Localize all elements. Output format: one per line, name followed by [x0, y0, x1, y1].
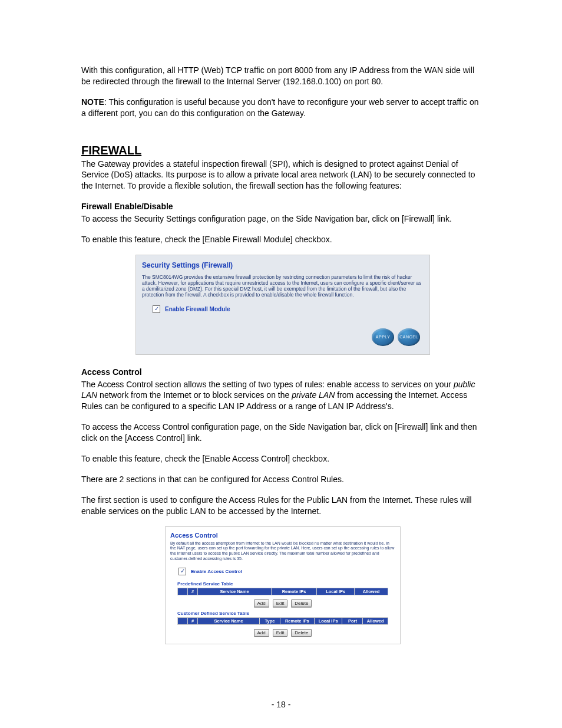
firewall-enable-p2: To enable this feature, check the [Enabl…	[81, 234, 484, 245]
s1-checkbox-label: Enable Firewall Module	[165, 306, 230, 312]
firewall-enable-p1: To access the Security Settings configur…	[81, 213, 484, 225]
predef-edit-button[interactable]: Edit	[273, 599, 288, 607]
enable-firewall-checkbox[interactable]: ✓	[153, 305, 160, 313]
s2-checkbox-label: Enable Access Control	[191, 569, 242, 574]
firewall-intro: The Gateway provides a stateful inspecti…	[81, 159, 484, 192]
cust-col-local: Local IPs	[314, 617, 342, 624]
predefined-service-table: # Service Name Remote IPs Local IPs Allo…	[177, 588, 388, 595]
s2-checkbox-row: ✓ Enable Access Control	[170, 568, 395, 575]
predef-col-num: #	[188, 588, 198, 595]
customer-table-heading: Customer Defined Service Table	[177, 611, 395, 616]
cust-col-num: #	[188, 617, 198, 624]
access-p1-private: private LAN	[292, 390, 335, 400]
customer-defined-service-table: # Service Name Type Remote IPs Local IPs…	[177, 617, 388, 625]
predef-col-remote: Remote IPs	[272, 588, 317, 595]
cust-col-allowed: Allowed	[363, 617, 388, 624]
access-p5: The first section is used to configure t…	[81, 495, 484, 517]
note-label: NOTE	[81, 97, 104, 107]
access-p2: To access the Access Control configurati…	[81, 421, 484, 444]
firewall-heading: FIREWALL	[81, 144, 484, 157]
cust-edit-button[interactable]: Edit	[273, 629, 288, 637]
cust-add-button[interactable]: Add	[254, 629, 269, 637]
note-text: : This configuration is useful because y…	[81, 97, 479, 118]
access-control-heading: Access Control	[81, 367, 484, 378]
enable-access-control-checkbox[interactable]: ✓	[178, 568, 186, 575]
intro-paragraph: With this configuration, all HTTP (Web) …	[81, 65, 484, 87]
s2-title: Access Control	[170, 532, 395, 539]
cust-col-remote: Remote IPs	[280, 617, 315, 624]
access-p3: To enable this feature, check the [Enabl…	[81, 453, 484, 465]
cust-delete-button[interactable]: Delete	[291, 629, 312, 637]
page-number: - 18 -	[0, 700, 562, 709]
access-p4: There are 2 sections in that can be conf…	[81, 474, 484, 485]
cust-col-type: Type	[260, 617, 280, 624]
note-paragraph: NOTE: This configuration is useful becau…	[81, 97, 484, 119]
s1-description: The SMC8014WG provides the extensive fir…	[142, 274, 424, 298]
predef-col-local: Local IPs	[317, 588, 355, 595]
s2-description: By default all the access attemption fro…	[170, 541, 395, 562]
s1-checkbox-row: ✓ Enable Firewall Module	[142, 305, 424, 313]
s1-title: Security Settings (Firewall)	[142, 261, 424, 269]
predef-add-button[interactable]: Add	[254, 599, 269, 607]
apply-button[interactable]: APPLY	[372, 328, 394, 346]
page-container: With this configuration, all HTTP (Web) …	[0, 0, 562, 728]
access-p1: The Access Control section allows the se…	[81, 379, 484, 413]
cust-col-check	[178, 617, 188, 624]
predefined-table-heading: Predefined Service Table	[177, 581, 395, 587]
access-p1-a: The Access Control section allows the se…	[81, 380, 454, 389]
screenshot-security-settings: Security Settings (Firewall) The SMC8014…	[135, 255, 430, 355]
predef-delete-button[interactable]: Delete	[291, 599, 312, 607]
predef-col-check	[178, 588, 188, 595]
predef-col-name: Service Name	[198, 588, 272, 595]
screenshot-access-control: Access Control By default all the access…	[165, 526, 401, 644]
access-p1-b: network from the Internet or to block se…	[97, 390, 292, 400]
cust-col-port: Port	[342, 617, 363, 624]
firewall-enable-heading: Firewall Enable/Disable	[81, 201, 484, 212]
cancel-button[interactable]: CANCEL	[398, 328, 420, 346]
predef-col-allowed: Allowed	[355, 588, 388, 595]
cust-col-name: Service Name	[198, 617, 260, 624]
